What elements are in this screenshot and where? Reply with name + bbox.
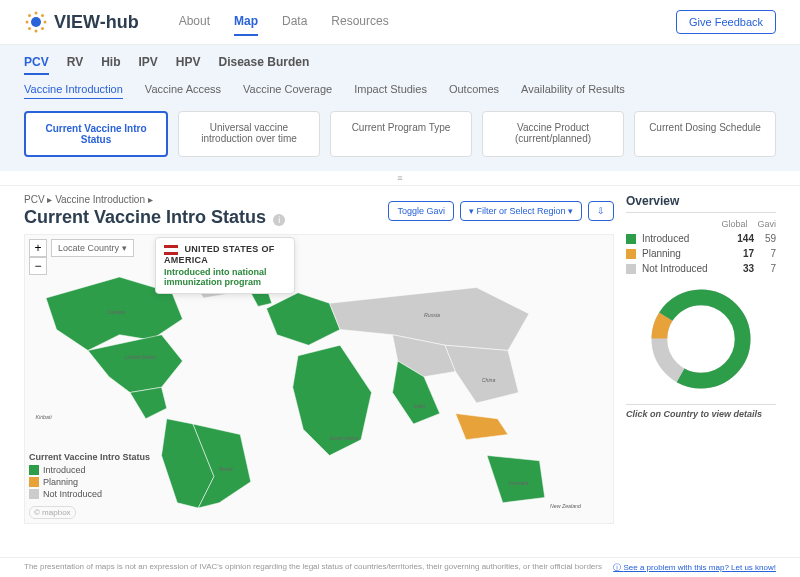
svg-point-1 [35,12,38,15]
svg-point-3 [26,21,29,24]
nav-data[interactable]: Data [282,8,307,36]
card-program-type[interactable]: Current Program Type [330,111,472,157]
subtab-impact[interactable]: Impact Studies [354,83,427,99]
download-button[interactable]: ⇩ [588,201,614,221]
svg-point-6 [41,27,44,30]
zoom-out-button[interactable]: − [29,257,47,275]
svg-point-0 [31,17,41,27]
footer-disclaimer: The presentation of maps is not an expre… [24,562,602,573]
svg-text:Brazil: Brazil [219,466,233,472]
locate-country-select[interactable]: Locate Country ▾ [51,239,134,257]
svg-text:China: China [482,377,496,383]
tab-hib[interactable]: Hib [101,55,120,75]
filter-region-button[interactable]: ▾ Filter or Select Region ▾ [460,201,582,221]
card-product[interactable]: Vaccine Product (current/planned) [482,111,624,157]
flag-icon [164,245,178,255]
tab-ipv[interactable]: IPV [138,55,157,75]
tab-pcv[interactable]: PCV [24,55,49,75]
svg-text:Kiribati: Kiribati [36,414,53,420]
nav-resources[interactable]: Resources [331,8,388,36]
map-legend: Current Vaccine Intro Status Introduced … [29,452,150,501]
logo-icon [24,10,48,34]
feedback-button[interactable]: Give Feedback [676,10,776,34]
overview-row-notintro: Not Introduced337 [626,263,776,274]
subtab-avail[interactable]: Availability of Results [521,83,625,99]
svg-point-2 [35,30,38,33]
overview-title: Overview [626,194,776,213]
overview-donut-chart [646,284,756,394]
svg-text:Australia: Australia [507,480,529,486]
nav-map[interactable]: Map [234,8,258,36]
svg-text:India: India [414,403,425,409]
svg-point-7 [28,27,31,30]
country-tooltip: UNITED STATES OF AMERICA Introduced into… [155,237,295,294]
subtab-outcomes[interactable]: Outcomes [449,83,499,99]
svg-text:New Zealand: New Zealand [550,503,582,509]
card-over-time[interactable]: Universal vaccine introduction over time [178,111,320,157]
tab-burden[interactable]: Disease Burden [219,55,310,75]
tab-rv[interactable]: RV [67,55,83,75]
overview-row-introduced: Introduced14459 [626,233,776,244]
svg-point-8 [41,14,44,17]
svg-text:United States: United States [125,354,157,360]
subtab-access[interactable]: Vaccine Access [145,83,221,99]
breadcrumb: PCV ▸ Vaccine Introduction ▸ [24,194,285,205]
card-intro-status[interactable]: Current Vaccine Intro Status [24,111,168,157]
page-title: Current Vaccine Intro Status [24,207,266,227]
card-dosing[interactable]: Current Dosing Schedule [634,111,776,157]
overview-footer: Click on Country to view details [626,404,776,419]
svg-text:Canada: Canada [107,309,125,315]
subtab-intro[interactable]: Vaccine Introduction [24,83,123,99]
overview-row-planning: Planning177 [626,248,776,259]
footer-report-link[interactable]: ⓘ See a problem with this map? Let us kn… [613,562,776,573]
collapse-handle[interactable]: ≡ [0,171,800,186]
subtab-coverage[interactable]: Vaccine Coverage [243,83,332,99]
tab-hpv[interactable]: HPV [176,55,201,75]
svg-point-5 [28,14,31,17]
overview-panel: Overview GlobalGavi Introduced14459 Plan… [626,194,776,524]
info-icon[interactable]: i [273,214,285,226]
zoom-in-button[interactable]: + [29,239,47,257]
toggle-gavi-button[interactable]: Toggle Gavi [388,201,454,221]
svg-text:South Africa: South Africa [330,435,358,441]
svg-text:Russia: Russia [424,312,440,318]
svg-point-4 [44,21,47,24]
brand-name: VIEW-hub [54,12,139,33]
mapbox-attribution: © mapbox [29,506,76,519]
nav-about[interactable]: About [179,8,210,36]
world-map[interactable]: + − Locate Country ▾ UNITED STATES OF AM… [24,234,614,524]
logo[interactable]: VIEW-hub [24,10,139,34]
